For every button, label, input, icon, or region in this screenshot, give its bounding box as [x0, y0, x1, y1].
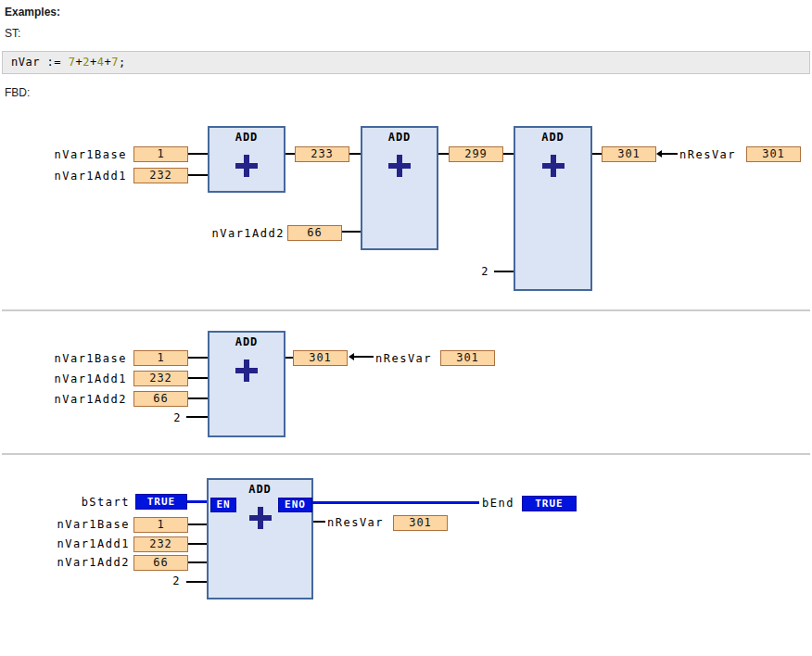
label-nvar1add2: nVar1Add2	[57, 556, 130, 569]
value-box-nresvar: 301	[440, 350, 495, 366]
value-box-nresvar: 301	[393, 515, 448, 531]
label-nvar1add1: nVar1Add1	[57, 537, 130, 550]
add-block-1: ADD	[208, 126, 285, 193]
value-box-nvar1base: 1	[133, 146, 188, 162]
value-box-output-301: 301	[293, 350, 348, 366]
add-block-title: ADD	[209, 131, 284, 144]
wire	[188, 174, 208, 176]
wire	[662, 153, 678, 155]
add-block-3: ADD	[514, 126, 592, 291]
label-nvar1add1: nVar1Add1	[54, 170, 127, 183]
wire	[188, 543, 207, 545]
wire	[186, 581, 207, 583]
separator	[2, 309, 810, 311]
wire	[285, 153, 295, 155]
eno-pin: ENO	[278, 498, 312, 512]
value-box-output-301: 301	[602, 146, 656, 162]
add-block: ADD	[208, 331, 285, 437]
value-box-intermediate-299: 299	[449, 146, 503, 162]
wire	[354, 356, 374, 358]
add-block-title: ADD	[209, 335, 284, 348]
value-box-nresvar: 301	[746, 146, 801, 162]
wire	[342, 231, 361, 233]
st-code-block: nVar := 7+2+4+7;	[2, 51, 810, 74]
wire	[188, 153, 208, 155]
add-block-title: ADD	[209, 483, 311, 496]
wire	[349, 153, 361, 155]
add-block-en-eno: ADD	[207, 478, 313, 599]
label-const-2: 2	[172, 574, 181, 587]
label-bstart: bStart	[82, 496, 130, 509]
wire	[188, 357, 208, 359]
en-pin: EN	[210, 498, 236, 512]
value-box-nvar1base: 1	[133, 517, 188, 533]
label-nvar1add2: nVar1Add2	[54, 393, 127, 406]
plus-icon	[235, 155, 258, 177]
label-nvar1add2: nVar1Add2	[211, 227, 285, 240]
code-token: +	[90, 56, 97, 69]
examples-heading: Examples:	[5, 6, 60, 19]
code-token-number: 7	[69, 56, 76, 69]
bool-box-bstart: TRUE	[135, 494, 187, 510]
label-const-2: 2	[173, 411, 182, 424]
wire	[188, 377, 208, 379]
plus-icon	[542, 155, 565, 177]
wire	[592, 153, 602, 155]
blue-wire	[187, 500, 207, 503]
value-box-nvar1add1: 232	[133, 536, 188, 552]
code-token: nVar :=	[11, 56, 69, 69]
add-block-title: ADD	[515, 131, 590, 144]
value-box-nvar1add1: 232	[133, 371, 188, 386]
value-box-nvar1add2: 66	[133, 555, 188, 571]
blue-wire	[312, 501, 479, 504]
value-box-nvar1add2: 66	[287, 225, 342, 241]
label-nresvar: nResVar	[679, 148, 736, 161]
plus-icon	[249, 507, 272, 529]
wire	[188, 561, 207, 563]
wire	[285, 357, 293, 359]
label-nvar1base: nVar1Base	[57, 518, 130, 531]
label-const-2: 2	[481, 265, 489, 278]
separator	[2, 453, 810, 455]
code-token-number: 2	[82, 56, 90, 69]
plus-icon	[388, 155, 411, 177]
code-token-number: 7	[111, 56, 119, 69]
plus-icon	[235, 360, 258, 382]
code-token: ;	[119, 56, 126, 69]
st-section-label: ST:	[5, 27, 20, 40]
label-nvar1base: nVar1Base	[54, 148, 127, 161]
wire	[188, 397, 208, 399]
wire	[313, 521, 325, 523]
value-box-nvar1add1: 232	[133, 168, 188, 183]
label-nvar1add1: nVar1Add1	[54, 372, 127, 385]
fbd-section-label: FBD:	[5, 86, 30, 99]
wire	[188, 524, 207, 525]
value-box-intermediate-233: 233	[295, 146, 349, 162]
wire	[503, 153, 514, 155]
wire	[438, 153, 449, 155]
label-nresvar: nResVar	[375, 352, 432, 365]
bool-box-bend: TRUE	[522, 496, 577, 511]
add-block-2: ADD	[361, 126, 438, 250]
add-block-title: ADD	[362, 131, 437, 144]
value-box-nvar1base: 1	[133, 350, 188, 366]
documentation-page: Examples: ST: nVar := 7+2+4+7; FBD: nVar…	[0, 0, 812, 656]
wire	[494, 271, 514, 272]
label-bend: bEnd	[482, 497, 514, 510]
wire	[186, 416, 208, 418]
label-nresvar: nResVar	[327, 516, 384, 529]
value-box-nvar1add2: 66	[133, 391, 188, 407]
label-nvar1base: nVar1Base	[54, 352, 127, 365]
